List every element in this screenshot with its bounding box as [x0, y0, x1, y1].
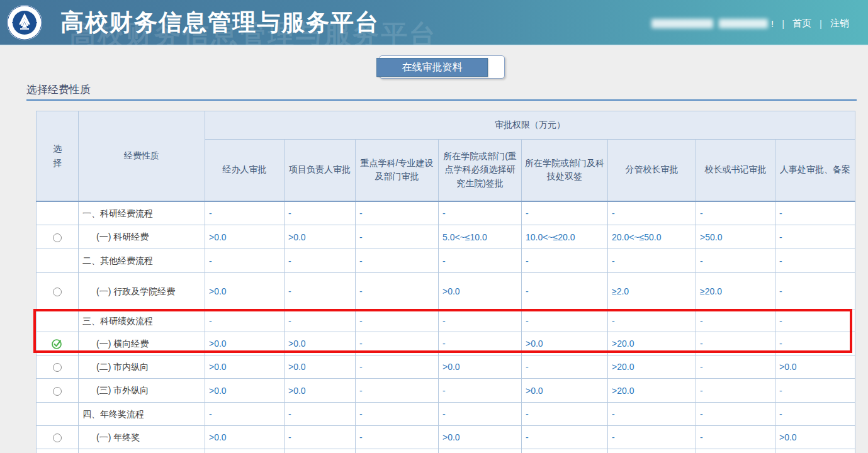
value-cell: -: [608, 403, 696, 426]
value-cell: -: [696, 310, 775, 332]
value-cell: -: [439, 201, 522, 225]
separator: |: [782, 18, 784, 29]
value-cell: >20.0: [608, 379, 696, 403]
funding-name-cell: (二) 市内纵向: [79, 355, 205, 379]
value-cell: >0.0: [205, 426, 285, 449]
radio-button[interactable]: [53, 288, 62, 296]
value-cell: >0.0: [775, 426, 855, 449]
table-row: (一) 年终奖 >0.0 - - >0.0 - - - >0.0: [37, 426, 855, 449]
value-cell: -: [205, 249, 285, 273]
value-cell: >0.0: [285, 332, 356, 355]
top-banner: 高校财务信息管理与服务平台 高校财务信息管理与服务平台 ! | 首页 | 注销: [0, 0, 868, 46]
app-title: 高校财务信息管理与服务平台: [60, 7, 380, 38]
user-name-redacted: [719, 19, 768, 28]
value-cell: -: [205, 310, 285, 332]
value-cell: >0.0: [522, 332, 608, 355]
table-row: (二) 市内纵向 >0.0 >0.0 - >0.0 - >20.0 - >0.0: [37, 355, 855, 379]
value-cell: -: [775, 249, 855, 273]
user-area: ! | 首页 | 注销: [651, 18, 849, 30]
nav-link-logout[interactable]: 注销: [830, 18, 849, 30]
table-row: 一、科研经费流程 - - - - - - - -: [37, 201, 855, 225]
col-header-select: 选择: [37, 111, 79, 201]
value-cell: -: [356, 379, 439, 403]
value-cell: >0.0: [775, 355, 855, 379]
value-cell: -: [522, 201, 608, 225]
value-cell: >0.0: [439, 426, 522, 449]
col-header-project-leader-approval: 项目负责人审批: [285, 140, 356, 201]
value-cell: -: [439, 332, 522, 355]
value-cell: -: [439, 403, 522, 426]
value-cell: -: [285, 403, 356, 426]
select-cell: [37, 310, 79, 332]
value-cell: -: [439, 249, 522, 273]
value-cell: -: [356, 426, 439, 449]
value-cell: -: [608, 201, 696, 225]
value-cell: >20.0: [608, 332, 696, 355]
value-cell: 10.0<~≤20.0: [522, 225, 608, 249]
value-cell: -: [775, 379, 855, 403]
value-cell: 20.0<~≤50.0: [608, 225, 696, 249]
title-underline: [26, 99, 857, 101]
value-cell: -: [356, 355, 439, 379]
table-row: 二、其他经费流程 - - - - - - - -: [37, 249, 855, 273]
col-header-key-discipline-approval: 重点学科/专业建设及部门审批: [356, 140, 439, 201]
funding-name-cell: (一) 年终奖: [79, 426, 205, 449]
value-cell: -: [696, 403, 775, 426]
value-cell: -: [696, 426, 775, 449]
funding-name-cell: (一) 横向经费: [79, 332, 205, 355]
col-header-vice-president-approval: 分管校长审批: [608, 140, 696, 201]
value-cell: -: [285, 249, 356, 273]
select-cell: [37, 332, 79, 355]
value-cell: -: [522, 249, 608, 273]
value-cell: -: [775, 403, 855, 426]
value-cell: >50.0: [696, 225, 775, 249]
separator: |: [820, 18, 822, 29]
funding-name-cell: 一、科研经费流程: [79, 201, 205, 225]
value-cell: -: [775, 310, 855, 332]
table-row: [37, 449, 855, 453]
radio-button[interactable]: [53, 233, 62, 242]
value-cell: -: [775, 225, 855, 249]
col-header-college-sci-tech-double-sign: 所在学院或部门及科技处双签: [522, 140, 608, 201]
user-greeting-suffix: !: [771, 18, 774, 29]
value-cell: -: [285, 201, 356, 225]
radio-button[interactable]: [53, 387, 62, 396]
group-header-approval-limit: 审批权限（万元）: [205, 111, 855, 140]
value-cell: >0.0: [439, 273, 522, 310]
user-name-redacted: [651, 19, 713, 28]
value-cell: -: [356, 249, 439, 273]
value-cell: -: [205, 403, 285, 426]
col-header-college-dept-sign: 所在学院或部门(重点学科必须选择研究生院)签批: [439, 140, 522, 201]
funding-name-cell: (三) 市外纵向: [79, 379, 205, 403]
select-cell: [37, 249, 79, 273]
radio-button[interactable]: [53, 433, 62, 442]
university-logo-icon: [6, 4, 43, 41]
value-cell: ≥20.0: [696, 273, 775, 310]
approval-limits-table: 选择 经费性质 审批权限（万元） 经办人审批 项目负责人审批 重点学科/专业建设…: [36, 111, 855, 453]
radio-button[interactable]: [53, 363, 62, 372]
selected-check-icon[interactable]: [51, 338, 64, 350]
nav-link-home[interactable]: 首页: [792, 18, 811, 30]
value-cell: -: [356, 201, 439, 225]
table-row: (一) 科研经费 >0.0 >0.0 - 5.0<~≤10.0 10.0<~≤2…: [37, 225, 855, 249]
value-cell: -: [696, 201, 775, 225]
col-header-operator-approval: 经办人审批: [205, 140, 285, 201]
value-cell: -: [522, 426, 608, 449]
table-row: (一) 横向经费 >0.0 >0.0 - - >0.0 >20.0 - -: [37, 332, 855, 355]
value-cell: -: [522, 355, 608, 379]
value-cell: -: [608, 426, 696, 449]
table-row: (一) 行政及学院经费 >0.0 - - >0.0 - ≥2.0 ≥20.0 -: [37, 273, 855, 310]
value-cell: -: [522, 403, 608, 426]
funding-name-cell: (一) 行政及学院经费: [79, 273, 205, 310]
value-cell: >0.0: [285, 379, 356, 403]
value-cell: -: [356, 310, 439, 332]
value-cell: -: [356, 332, 439, 355]
value-cell: -: [285, 426, 356, 449]
value-cell: -: [522, 273, 608, 310]
online-approval-tab[interactable]: 在线审批资料: [376, 58, 488, 77]
value-cell: >0.0: [205, 225, 285, 249]
value-cell: >0.0: [205, 332, 285, 355]
value-cell: -: [522, 310, 608, 332]
value-cell: -: [285, 310, 356, 332]
value-cell: -: [696, 332, 775, 355]
